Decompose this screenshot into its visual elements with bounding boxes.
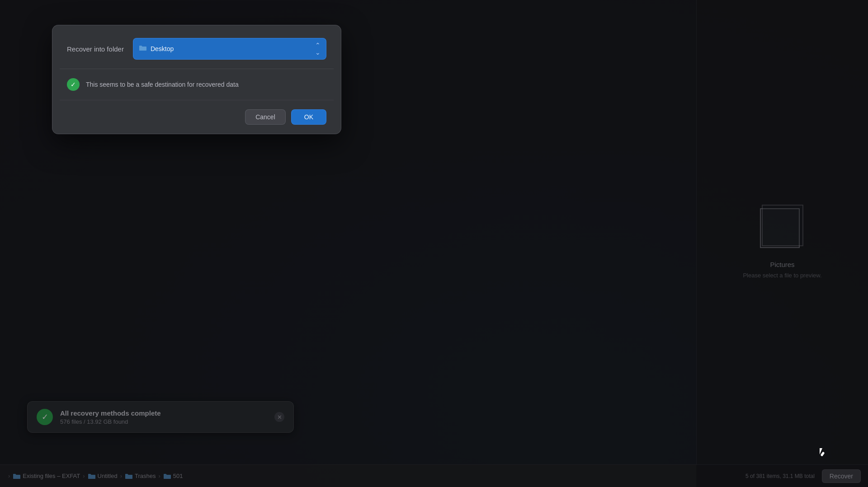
modal-header: Recover into folder Desktop ⌃⌄ bbox=[52, 25, 341, 69]
cancel-button[interactable]: Cancel bbox=[245, 109, 286, 125]
success-check-icon: ✓ bbox=[67, 78, 80, 91]
modal-overlay: Recover into folder Desktop ⌃⌄ ✓ This se… bbox=[0, 0, 868, 487]
modal-label: Recover into folder bbox=[67, 45, 124, 53]
folder-name: Desktop bbox=[151, 45, 311, 52]
modal-body: ✓ This seems to be a safe destination fo… bbox=[52, 69, 341, 100]
modal-message: This seems to be a safe destination for … bbox=[86, 81, 239, 88]
folder-selector-icon bbox=[139, 45, 147, 53]
chevron-updown-icon: ⌃⌄ bbox=[315, 42, 321, 56]
folder-selector[interactable]: Desktop ⌃⌄ bbox=[133, 38, 326, 60]
recover-dialog: Recover into folder Desktop ⌃⌄ ✓ This se… bbox=[52, 25, 341, 134]
modal-footer: Cancel OK bbox=[52, 100, 341, 134]
ok-button[interactable]: OK bbox=[291, 109, 326, 125]
cursor bbox=[820, 448, 825, 456]
